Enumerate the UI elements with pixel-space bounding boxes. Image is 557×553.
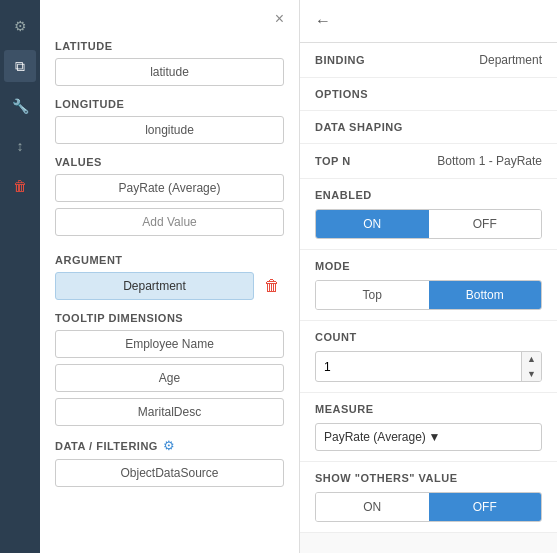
binding-label: BINDING (315, 54, 365, 66)
sidebar-icon-arrow[interactable]: ↕ (4, 130, 36, 162)
binding-value: Department (479, 53, 542, 67)
show-others-label: SHOW "OTHERS" VALUE (315, 472, 542, 484)
sidebar-icon-layers[interactable]: ⧉ (4, 50, 36, 82)
payrate-value[interactable]: PayRate (Average) (55, 174, 284, 202)
measure-dropdown[interactable]: PayRate (Average) ▼ (315, 423, 542, 451)
binding-row: BINDING Department (300, 43, 557, 78)
left-panel: × LATITUDE latitude LONGITUDE longitude … (40, 0, 300, 553)
data-shaping-label: DATA SHAPING (315, 121, 403, 133)
measure-section: MEASURE PayRate (Average) ▼ (300, 393, 557, 462)
count-input-row: ▲ ▼ (315, 351, 542, 382)
options-label: OPTIONS (315, 88, 368, 100)
count-section: COUNT ▲ ▼ (300, 321, 557, 393)
data-shaping-row: DATA SHAPING (300, 111, 557, 144)
top-n-value: Bottom 1 - PayRate (437, 154, 542, 168)
mode-bottom-button[interactable]: Bottom (429, 281, 542, 309)
show-others-toggle: ON OFF (315, 492, 542, 522)
right-panel: ← BINDING Department OPTIONS DATA SHAPIN… (300, 0, 557, 553)
enabled-off-button[interactable]: OFF (429, 210, 542, 238)
tooltip-employee-name[interactable]: Employee Name (55, 330, 284, 358)
mode-top-button[interactable]: Top (316, 281, 429, 309)
sidebar-icon-trash[interactable]: 🗑 (4, 170, 36, 202)
data-filtering-gear-icon[interactable]: ⚙ (163, 438, 175, 453)
main-panels: × LATITUDE latitude LONGITUDE longitude … (40, 0, 557, 553)
right-panel-header: ← (300, 0, 557, 43)
show-others-off-button[interactable]: OFF (429, 493, 542, 521)
mode-toggle: Top Bottom (315, 280, 542, 310)
add-value-button[interactable]: Add Value (55, 208, 284, 236)
enabled-section: ENABLED ON OFF (300, 179, 557, 250)
show-others-section: SHOW "OTHERS" VALUE ON OFF (300, 462, 557, 533)
enabled-toggle: ON OFF (315, 209, 542, 239)
count-up-button[interactable]: ▲ (522, 352, 541, 367)
mode-section: MODE Top Bottom (300, 250, 557, 321)
data-filtering-label: DATA / FILTERING (55, 440, 158, 452)
count-label: COUNT (315, 331, 542, 343)
latitude-field[interactable]: latitude (55, 58, 284, 86)
latitude-label: LATITUDE (55, 40, 284, 52)
count-down-button[interactable]: ▼ (522, 367, 541, 382)
close-button[interactable]: × (275, 10, 284, 28)
argument-row: Department 🗑 (55, 272, 284, 300)
top-n-label: TOP N (315, 155, 351, 167)
sidebar-icon-wrench[interactable]: 🔧 (4, 90, 36, 122)
tooltip-marital-desc[interactable]: MaritalDesc (55, 398, 284, 426)
count-arrows: ▲ ▼ (521, 352, 541, 381)
longitude-field[interactable]: longitude (55, 116, 284, 144)
top-n-row: TOP N Bottom 1 - PayRate (300, 144, 557, 179)
back-arrow-button[interactable]: ← (315, 12, 331, 30)
data-source-field[interactable]: ObjectDataSource (55, 459, 284, 487)
show-others-on-button[interactable]: ON (316, 493, 429, 521)
options-row: OPTIONS (300, 78, 557, 111)
sidebar: ⚙ ⧉ 🔧 ↕ 🗑 (0, 0, 40, 553)
mode-label: MODE (315, 260, 542, 272)
enabled-label: ENABLED (315, 189, 542, 201)
argument-delete-button[interactable]: 🗑 (260, 277, 284, 295)
longitude-label: LONGITUDE (55, 98, 284, 110)
sidebar-icon-gear[interactable]: ⚙ (4, 10, 36, 42)
values-label: VALUES (55, 156, 284, 168)
argument-tag[interactable]: Department (55, 272, 254, 300)
measure-value: PayRate (Average) (324, 430, 429, 444)
tooltip-dimensions-label: TOOLTIP DIMENSIONS (55, 312, 284, 324)
argument-label: ARGUMENT (55, 254, 284, 266)
enabled-on-button[interactable]: ON (316, 210, 429, 238)
measure-label: MEASURE (315, 403, 542, 415)
tooltip-age[interactable]: Age (55, 364, 284, 392)
dropdown-arrow-icon: ▼ (429, 430, 534, 444)
count-input[interactable] (316, 354, 521, 380)
